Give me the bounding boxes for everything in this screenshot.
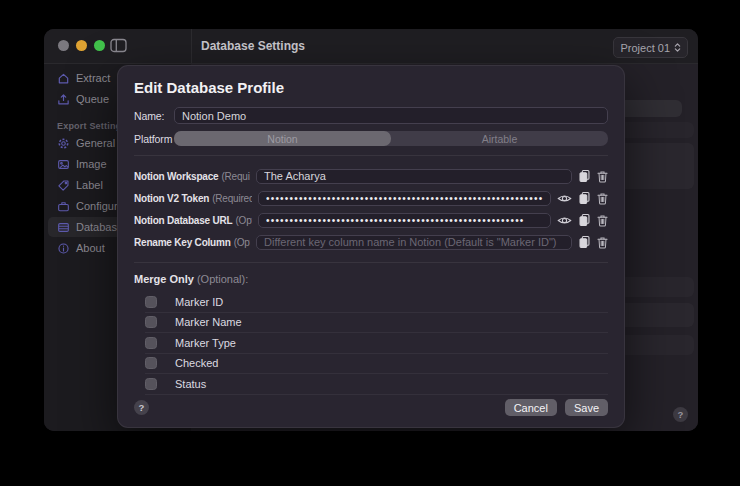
- merge-option-marker-id[interactable]: Marker ID: [145, 292, 608, 313]
- checkbox[interactable]: [145, 378, 157, 390]
- checkbox-label: Checked: [175, 357, 218, 369]
- checkbox[interactable]: [145, 296, 157, 308]
- workspace-row: Notion Workspace(Required):: [134, 165, 608, 187]
- merge-only-label: Merge Only(Optional):: [134, 273, 608, 285]
- rename-key-input[interactable]: [256, 235, 572, 250]
- name-label: Name:: [134, 110, 174, 122]
- tag-icon: [57, 179, 70, 192]
- close-button[interactable]: [58, 40, 69, 51]
- briefcase-icon: [57, 200, 70, 213]
- checkbox[interactable]: [145, 337, 157, 349]
- titlebar-divider: [191, 29, 192, 63]
- token-label: Notion V2 Token(Required):: [134, 193, 252, 204]
- rename-key-label: Rename Key Column(Optional):: [134, 237, 250, 248]
- copy-icon[interactable]: [578, 191, 591, 205]
- trash-icon[interactable]: [597, 214, 608, 227]
- chevron-up-down-icon: [674, 42, 681, 53]
- app-window: Database Settings Project 01 Extract: [44, 29, 698, 431]
- checkbox-label: Marker ID: [175, 296, 223, 308]
- save-button[interactable]: Save: [565, 399, 608, 416]
- platform-option-airtable[interactable]: Airtable: [391, 131, 608, 146]
- cancel-label: Cancel: [514, 402, 548, 414]
- sidebar-item-label: Image: [76, 158, 107, 170]
- name-input[interactable]: [174, 107, 608, 124]
- eye-icon[interactable]: [557, 193, 572, 204]
- minimize-button[interactable]: [76, 40, 87, 51]
- merge-option-marker-type[interactable]: Marker Type: [145, 333, 608, 354]
- checkbox[interactable]: [145, 316, 157, 328]
- save-label: Save: [574, 402, 599, 414]
- sidebar-item-label: Queue: [76, 93, 109, 105]
- dialog-title: Edit Database Profile: [134, 79, 608, 96]
- titlebar: Database Settings Project 01: [44, 29, 698, 64]
- image-icon: [57, 158, 70, 171]
- page-title: Database Settings: [201, 29, 305, 63]
- house-icon: [57, 72, 70, 85]
- window-help-button[interactable]: ?: [673, 407, 688, 422]
- project-selector-label: Project 01: [620, 42, 670, 54]
- segment-label: Airtable: [482, 133, 518, 145]
- cancel-button[interactable]: Cancel: [505, 399, 557, 416]
- trash-icon[interactable]: [597, 236, 608, 249]
- segment-label: Notion: [267, 133, 297, 145]
- dialog-help-label: ?: [139, 402, 145, 413]
- edit-database-profile-dialog: Edit Database Profile Name: Platform Not…: [117, 65, 625, 428]
- checkbox[interactable]: [145, 357, 157, 369]
- copy-icon[interactable]: [578, 169, 591, 183]
- name-row: Name:: [134, 107, 608, 124]
- merge-option-marker-name[interactable]: Marker Name: [145, 313, 608, 334]
- database-url-row: Notion Database URL(Optional):: [134, 209, 608, 231]
- database-url-label: Notion Database URL(Optional):: [134, 215, 252, 226]
- database-url-input[interactable]: [258, 213, 551, 228]
- trash-icon[interactable]: [597, 170, 608, 183]
- sidebar-item-label: About: [76, 242, 105, 254]
- sidebar-toggle-icon[interactable]: [110, 38, 127, 53]
- eye-icon[interactable]: [557, 215, 572, 226]
- merge-option-status[interactable]: Status: [145, 374, 608, 395]
- platform-label: Platform: [134, 133, 174, 145]
- divider: [134, 155, 608, 156]
- copy-icon[interactable]: [578, 213, 591, 227]
- checkbox-label: Marker Name: [175, 316, 242, 328]
- dialog-help-button[interactable]: ?: [134, 400, 149, 415]
- tray-icon: [57, 93, 70, 106]
- platform-option-notion[interactable]: Notion: [174, 131, 391, 146]
- copy-icon[interactable]: [578, 235, 591, 249]
- workspace-label: Notion Workspace(Required):: [134, 171, 250, 182]
- token-input[interactable]: [258, 191, 551, 206]
- zoom-button[interactable]: [94, 40, 105, 51]
- platform-row: Platform Notion Airtable: [134, 131, 608, 146]
- divider: [134, 262, 608, 263]
- dialog-footer: ? Cancel Save: [134, 399, 608, 416]
- trash-icon[interactable]: [597, 192, 608, 205]
- checkbox-label: Status: [175, 378, 206, 390]
- sidebar-item-label: General: [76, 137, 115, 149]
- sidebar-item-label: Label: [76, 179, 103, 191]
- desktop: { "titlebar": { "title": "Database Setti…: [0, 0, 740, 486]
- project-selector[interactable]: Project 01: [613, 37, 688, 58]
- info-icon: [57, 242, 70, 255]
- token-row: Notion V2 Token(Required):: [134, 187, 608, 209]
- window-help-label: ?: [678, 409, 684, 420]
- workspace-input[interactable]: [256, 169, 572, 184]
- traffic-lights: [58, 40, 105, 51]
- sidebar-item-label: Extract: [76, 72, 110, 84]
- merge-option-checked[interactable]: Checked: [145, 354, 608, 375]
- checkbox-label: Marker Type: [175, 337, 236, 349]
- database-icon: [57, 221, 70, 234]
- platform-segmented-control: Notion Airtable: [174, 131, 608, 146]
- rename-key-row: Rename Key Column(Optional):: [134, 231, 608, 253]
- gear-icon: [57, 137, 70, 150]
